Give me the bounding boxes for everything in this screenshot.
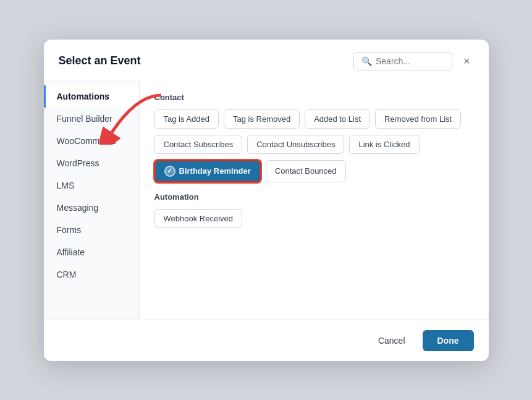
added-to-list-button[interactable]: Added to List xyxy=(305,109,370,129)
contact-section-title: Contact xyxy=(154,93,474,102)
modal-header: Select an Event 🔍 × xyxy=(44,40,489,80)
search-input[interactable] xyxy=(376,56,444,66)
header-right: 🔍 × xyxy=(353,52,474,70)
modal-title: Select an Event xyxy=(59,54,141,67)
sidebar-item-forms[interactable]: Forms xyxy=(44,219,139,241)
link-is-clicked-button[interactable]: Link is Clicked xyxy=(349,135,419,154)
sidebar-item-lms[interactable]: LMS xyxy=(44,174,139,197)
sidebar-item-automations[interactable]: Automations xyxy=(44,85,139,108)
automation-tags-row: Webhook Received xyxy=(154,209,474,228)
cancel-button[interactable]: Cancel xyxy=(368,331,415,351)
sidebar-item-crm[interactable]: CRM xyxy=(44,263,139,286)
modal-body: Automations Funnel Builder WooCommerce W… xyxy=(44,80,489,320)
contact-tags-row-2: Contact Subscribes Contact Unsubscribes … xyxy=(154,135,474,154)
contact-unsubscribes-button[interactable]: Contact Unsubscribes xyxy=(247,135,344,154)
sidebar-item-funnel-builder[interactable]: Funnel Builder xyxy=(44,108,139,130)
search-icon: 🔍 xyxy=(361,56,372,66)
sidebar-item-affiliate[interactable]: Affiliate xyxy=(44,241,139,263)
content-area: Contact Tag is Added Tag is Removed Adde… xyxy=(140,80,489,320)
modal: Select an Event 🔍 × Automations Funnel B… xyxy=(44,40,489,361)
contact-subscribes-button[interactable]: Contact Subscribes xyxy=(154,135,243,154)
done-button[interactable]: Done xyxy=(423,330,474,351)
close-button[interactable]: × xyxy=(460,54,474,68)
tag-is-removed-button[interactable]: Tag is Removed xyxy=(224,109,300,129)
automation-section: Automation Webhook Received xyxy=(154,192,474,228)
sidebar-item-woocommerce[interactable]: WooCommerce xyxy=(44,130,139,152)
sidebar: Automations Funnel Builder WooCommerce W… xyxy=(44,80,140,320)
sidebar-item-messaging[interactable]: Messaging xyxy=(44,197,139,219)
automation-section-title: Automation xyxy=(154,192,474,202)
tag-is-added-button[interactable]: Tag is Added xyxy=(154,109,219,129)
birthday-reminder-button[interactable]: ✓ Birthday Reminder xyxy=(154,160,261,182)
webhook-received-button[interactable]: Webhook Received xyxy=(154,209,243,228)
modal-footer: Cancel Done xyxy=(44,320,489,361)
contact-bounced-button[interactable]: Contact Bounced xyxy=(266,160,346,182)
contact-tags-row-3: ✓ Birthday Reminder Contact Bounced xyxy=(154,160,474,182)
search-box[interactable]: 🔍 xyxy=(353,52,452,70)
contact-tags-row-1: Tag is Added Tag is Removed Added to Lis… xyxy=(154,109,474,129)
check-icon: ✓ xyxy=(164,166,175,177)
removed-from-list-button[interactable]: Removed from List xyxy=(375,109,461,129)
sidebar-item-wordpress[interactable]: WordPress xyxy=(44,152,139,174)
